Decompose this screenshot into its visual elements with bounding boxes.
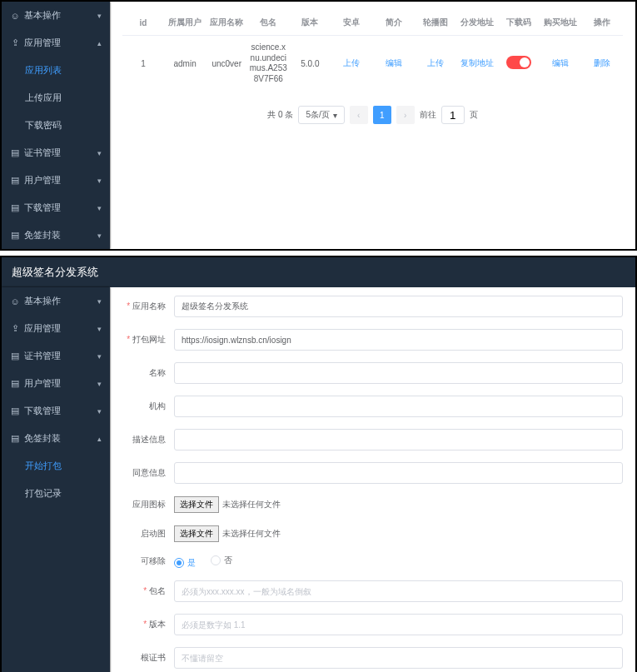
page-1-button[interactable]: 1 [373,106,391,124]
cell-android-upload[interactable]: 上传 [331,36,372,92]
label-icon: 应用图标 [122,499,174,510]
cell-dist-copy[interactable]: 复制地址 [456,36,498,92]
input-consent[interactable] [174,462,623,484]
sidebar-group-label: 证书管理 [24,147,97,159]
goto-label: 前往 [420,109,436,121]
next-page-button[interactable]: › [396,106,415,124]
sidebar-group-用户管理[interactable]: ▤用户管理▾ [2,167,110,194]
cell-user: admin [164,36,206,92]
sidebar-item-下载密码[interactable]: 下载密码 [2,112,110,139]
sidebar-group-label: 应用管理 [24,322,97,335]
col-购买地址: 购买地址 [540,10,581,36]
input-version[interactable] [174,614,623,635]
sidebar-group-免签封装[interactable]: ▤免签封装▾ [2,222,110,249]
sidebar-group-label: 基本操作 [24,9,97,22]
sidebar-group-证书管理[interactable]: ▤证书管理▾ [2,342,110,370]
cell-ver: 5.0.0 [289,36,331,92]
sidebar-group-基本操作[interactable]: ☺基本操作▾ [2,2,110,29]
toggle-switch[interactable] [506,56,531,69]
sidebar-group-label: 应用管理 [24,37,97,49]
chevron-icon: ▴ [97,435,102,443]
sidebar-group-基本操作[interactable]: ☺基本操作▾ [2,287,110,315]
page-size-select[interactable]: 5条/页 ▾ [298,106,344,124]
chevron-icon: ▾ [97,177,102,185]
sidebar-group-证书管理[interactable]: ▤证书管理▾ [2,139,110,167]
panel-package-form: ☺基本操作▾⇪应用管理▾▤证书管理▾▤用户管理▾▤下载管理▾▤免签封装▴开始打包… [0,287,637,672]
table-header-row: id所属用户应用名称包名版本安卓简介轮播图分发地址下载码购买地址操作 [122,10,623,36]
form-row-desc: 描述信息 [122,429,623,450]
sidebar-group-应用管理[interactable]: ⇪应用管理▴ [2,29,110,57]
input-org[interactable] [174,396,623,417]
panel-app-list: ☺基本操作▾⇪应用管理▴应用列表上传应用下载密码▤证书管理▾▤用户管理▾▤下载管… [0,0,637,251]
radio-removable-no[interactable]: 否 [211,555,232,566]
cell-delete[interactable]: 删除 [581,36,623,92]
doc-icon: ▤ [10,351,20,361]
label-bundle: 包名 [122,585,174,597]
sidebar-group-label: 基本操作 [24,295,97,307]
radio-removable-yes[interactable]: 是 [174,557,196,569]
label-desc: 描述信息 [122,434,174,446]
input-name[interactable] [174,362,623,384]
form-row-app_name: 应用名称 [122,296,623,317]
total-text: 共 0 条 [267,109,293,121]
file-text-splash: 未选择任何文件 [222,529,281,538]
cell-download-code-switch[interactable] [498,36,540,92]
page-unit: 页 [470,109,478,121]
input-desc[interactable] [174,429,623,450]
chevron-icon: ▾ [97,407,102,416]
chevron-icon: ▾ [97,297,102,306]
form-row-bundle: 包名 [122,580,623,602]
upload-icon: ⇪ [10,323,20,334]
chevron-icon: ▾ [97,325,102,333]
input-pack_url[interactable] [174,329,623,351]
sidebar-group-下载管理[interactable]: ▤下载管理▾ [2,194,110,222]
doc-icon: ▤ [10,433,20,444]
sidebar-group-免签封装[interactable]: ▤免签封装▴ [2,425,110,452]
chevron-icon: ▾ [97,352,102,361]
sidebar-item-打包记录[interactable]: 打包记录 [2,480,110,507]
sidebar-group-用户管理[interactable]: ▤用户管理▾ [2,370,110,397]
form-row-pack_url: 打包网址 [122,329,623,351]
cell-intro-edit[interactable]: 编辑 [372,36,414,92]
chevron-icon: ▴ [97,39,102,47]
sidebar: ☺基本操作▾⇪应用管理▴应用列表上传应用下载密码▤证书管理▾▤用户管理▾▤下载管… [2,2,110,249]
label-removable: 可移除 [122,555,174,567]
chevron-icon: ▾ [97,12,102,20]
doc-icon: ▤ [10,202,20,213]
upload-icon: ⇪ [10,37,20,48]
col-版本: 版本 [289,10,331,36]
form-row-version: 版本 [122,614,623,635]
cell-carousel-upload[interactable]: 上传 [415,36,456,92]
sidebar-group-label: 下载管理 [24,405,97,417]
sidebar: ☺基本操作▾⇪应用管理▾▤证书管理▾▤用户管理▾▤下载管理▾▤免签封装▴开始打包… [2,287,110,672]
sidebar-item-应用列表[interactable]: 应用列表 [2,57,110,84]
sidebar-group-label: 用户管理 [24,377,97,390]
table-row: 1adminunc0verscience.xnu.undecimus.A2538… [122,36,623,92]
goto-page-input[interactable] [441,106,465,124]
input-bundle[interactable] [174,580,623,602]
col-所属用户: 所属用户 [164,10,206,36]
sidebar-group-label: 下载管理 [24,202,97,214]
col-id: id [122,10,164,36]
sidebar-item-开始打包[interactable]: 开始打包 [2,452,110,480]
col-下载码: 下载码 [498,10,540,36]
sidebar-group-label: 证书管理 [24,350,97,362]
input-cert[interactable] [174,647,623,669]
col-简介: 简介 [372,10,414,36]
sidebar-group-label: 免签封装 [24,229,97,241]
file-btn-splash[interactable]: 选择文件 [174,525,219,542]
system-title: 超级签名分发系统 [0,256,637,287]
col-轮播图: 轮播图 [415,10,456,36]
cell-buy-edit[interactable]: 编辑 [540,36,581,92]
col-应用名称: 应用名称 [206,10,247,36]
sidebar-group-下载管理[interactable]: ▤下载管理▾ [2,397,110,425]
chevron-icon: ▾ [97,231,102,240]
sidebar-item-上传应用[interactable]: 上传应用 [2,84,110,112]
prev-page-button[interactable]: ‹ [350,106,368,124]
file-text-icon: 未选择任何文件 [222,500,281,509]
file-btn-icon[interactable]: 选择文件 [174,496,219,513]
cell-pkg: science.xnu.undecimus.A2538V7F66 [247,36,289,92]
input-app_name[interactable] [174,296,623,317]
cell-app: unc0ver [206,36,247,92]
sidebar-group-应用管理[interactable]: ⇪应用管理▾ [2,315,110,342]
